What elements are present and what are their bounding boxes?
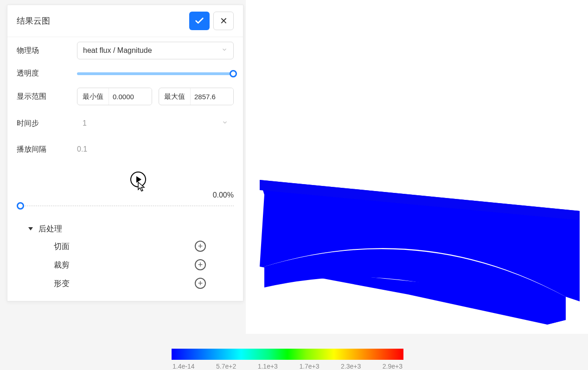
opacity-row: 透明度 [7,64,243,83]
chevron-down-icon [222,119,228,128]
opacity-label: 透明度 [17,69,77,78]
header-actions: ✕ [189,12,234,30]
plus-icon: + [198,261,203,269]
slider-handle[interactable] [230,70,237,77]
timestep-select[interactable]: 1 [77,115,234,132]
add-clip-button[interactable]: + [195,259,206,270]
colorbar-tick: 2.3e+3 [341,363,361,370]
check-icon [194,16,205,26]
physical-field-select[interactable]: heat flux / Magnitude [77,42,234,59]
min-label: 最小值 [77,88,109,105]
slider-track [77,72,234,75]
progress-text: 0.00% [7,191,243,202]
add-deform-button[interactable]: + [195,278,206,289]
progress-slider[interactable] [7,202,243,211]
colorbar-gradient [172,349,403,360]
min-group: 最小值 [77,88,152,105]
caret-down-icon [28,227,33,230]
max-label: 最大值 [159,88,191,105]
plus-icon: + [198,242,203,250]
physical-field-label: 物理场 [17,46,77,56]
display-range-label: 显示范围 [17,92,77,102]
timestep-row: 时间步 1 [7,110,243,137]
chevron-down-icon [221,46,228,55]
result-contour-panel: 结果云图 ✕ 物理场 heat flux / Magnitude 透明度 显示范… [7,5,243,301]
viewport-3d[interactable] [246,0,588,334]
physical-field-row: 物理场 heat flux / Magnitude [7,37,243,64]
max-input[interactable] [191,88,233,105]
timestep-value: 1 [83,119,87,128]
max-group: 最大值 [159,88,234,105]
tree-item-clip[interactable]: 裁剪 + [28,255,234,274]
min-input[interactable] [109,88,152,105]
play-button[interactable] [130,172,146,187]
opacity-slider[interactable] [77,72,234,75]
display-range-row: 显示范围 最小值 最大值 [7,83,243,110]
colorbar-tick: 1.1e+3 [258,363,278,370]
colorbar-tick: 5.7e+2 [216,363,236,370]
progress-track [21,205,234,206]
panel-header: 结果云图 ✕ [7,5,243,37]
play-icon [136,176,141,183]
tree-item-label: 切面 [54,241,70,252]
tree-parent-label: 后处理 [38,223,62,234]
add-section-button[interactable]: + [195,241,206,252]
plus-icon: + [198,279,203,287]
close-button[interactable]: ✕ [213,12,234,30]
play-interval-row: 播放间隔 [7,137,243,162]
model-mesh [260,176,580,325]
postprocess-tree: 后处理 切面 + 裁剪 + 形变 + [7,211,243,293]
play-interval-input[interactable] [77,141,234,158]
colorbar-labels: 1.4e-14 5.7e+2 1.1e+3 1.7e+3 2.3e+3 2.9e… [172,363,403,370]
colorbar-tick: 2.9e+3 [383,363,403,370]
tree-item-label: 裁剪 [54,260,70,270]
timestep-label: 时间步 [17,119,77,128]
tree-item-label: 形变 [54,278,70,289]
colorbar: 1.4e-14 5.7e+2 1.1e+3 1.7e+3 2.3e+3 2.9e… [172,349,403,370]
panel-title: 结果云图 [17,15,50,26]
tree-item-section[interactable]: 切面 + [28,237,234,255]
range-inputs: 最小值 最大值 [77,88,234,105]
physical-field-value: heat flux / Magnitude [83,46,152,55]
close-icon: ✕ [220,15,228,26]
tree-item-deform[interactable]: 形变 + [28,274,234,293]
colorbar-tick: 1.7e+3 [299,363,319,370]
colorbar-tick: 1.4e-14 [173,363,194,370]
tree-parent-postprocess[interactable]: 后处理 [28,221,234,237]
play-interval-label: 播放间隔 [17,145,77,154]
progress-handle[interactable] [17,202,24,210]
confirm-button[interactable] [189,12,210,30]
